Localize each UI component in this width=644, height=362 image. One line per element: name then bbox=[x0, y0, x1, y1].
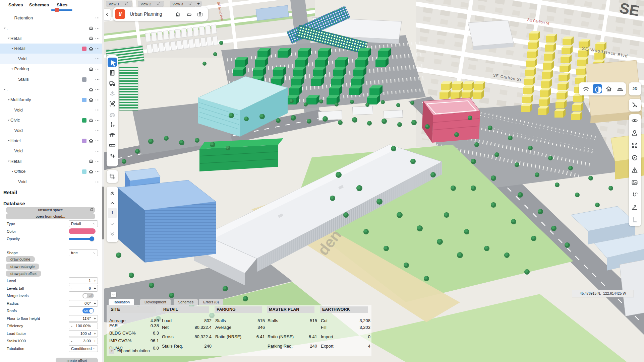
tree-row-retail[interactable]: Retail bbox=[0, 33, 102, 44]
tabulation-tab-development[interactable]: Development bbox=[140, 299, 171, 305]
crop-add-icon[interactable] bbox=[109, 173, 116, 180]
color-swatch[interactable] bbox=[82, 169, 86, 174]
tree-row-void[interactable]: Void bbox=[0, 126, 102, 136]
draw-outline-button[interactable]: draw outline bbox=[6, 256, 35, 262]
down-icon[interactable] bbox=[109, 221, 115, 227]
tree-row-office[interactable]: Office bbox=[0, 166, 102, 177]
view-tab-2[interactable]: view 2 bbox=[138, 1, 164, 7]
overflow-menu-icon[interactable] bbox=[95, 107, 100, 113]
slider-knob[interactable] bbox=[90, 236, 94, 241]
massing-icon[interactable] bbox=[88, 97, 94, 103]
radius-stepper[interactable]: 0'0" + bbox=[69, 300, 98, 307]
building-hotel-pink[interactable] bbox=[422, 98, 480, 143]
tree-row-[interactable]: . bbox=[0, 84, 102, 95]
project-title-card[interactable]: tf Urban Planning bbox=[113, 7, 208, 21]
home-icon[interactable] bbox=[175, 11, 181, 17]
tree-row-[interactable]: . bbox=[0, 23, 102, 33]
view-tab-3[interactable]: view 3 bbox=[170, 1, 195, 7]
color-swatch[interactable] bbox=[82, 139, 86, 143]
roofs-toggle[interactable]: On bbox=[82, 308, 94, 313]
map-pin-icon[interactable] bbox=[631, 129, 638, 137]
increment-button[interactable]: + bbox=[92, 301, 98, 305]
overflow-menu-icon[interactable] bbox=[95, 118, 100, 123]
tab-sites[interactable]: Sites bbox=[57, 2, 67, 7]
expander-icon[interactable] bbox=[10, 67, 14, 71]
tree-row-void[interactable]: Void bbox=[0, 146, 102, 156]
view-tab-1[interactable]: view 1 bbox=[106, 1, 132, 7]
canopy-icon[interactable] bbox=[109, 131, 116, 139]
guideline-add-icon[interactable] bbox=[109, 121, 116, 128]
increment-button[interactable]: + bbox=[92, 339, 98, 343]
brightness-icon[interactable] bbox=[582, 85, 590, 92]
tabulation-select[interactable]: Conditioned bbox=[69, 345, 98, 352]
ruler-icon[interactable] bbox=[109, 142, 116, 149]
overflow-menu-icon[interactable] bbox=[95, 15, 100, 21]
snapshot-image-icon[interactable] bbox=[631, 179, 638, 186]
efficiency-stepper[interactable]: - 100.00% bbox=[69, 322, 98, 329]
expander-icon[interactable] bbox=[3, 87, 7, 91]
tab-solves[interactable]: Solves bbox=[8, 2, 23, 7]
tree-row-retail[interactable]: Retail bbox=[0, 44, 102, 54]
elevation-ruler-icon[interactable] bbox=[631, 216, 638, 223]
draw-rectangle-button[interactable]: draw rectangle bbox=[6, 264, 39, 270]
object-scan-icon[interactable] bbox=[109, 100, 116, 107]
color-swatch[interactable] bbox=[82, 118, 86, 123]
up-icon[interactable] bbox=[109, 200, 115, 206]
tree-row-retention[interactable]: Retention bbox=[0, 13, 102, 23]
collapse-tabulation-button[interactable] bbox=[111, 292, 116, 297]
tabulation-tab-errors8[interactable]: Errors (8) bbox=[199, 299, 223, 305]
massing-icon[interactable] bbox=[88, 46, 94, 52]
massing-icon[interactable] bbox=[88, 138, 94, 144]
tree-row-void[interactable]: Void bbox=[0, 54, 102, 64]
tab-schemes[interactable]: Schemes bbox=[29, 2, 49, 7]
tree-row-civic[interactable]: Civic bbox=[0, 115, 102, 126]
increment-button[interactable]: + bbox=[92, 316, 98, 320]
expander-icon[interactable] bbox=[7, 139, 11, 143]
car-icon[interactable] bbox=[109, 111, 116, 118]
sidebar-scrollbar[interactable] bbox=[102, 0, 104, 362]
shape-select[interactable]: free bbox=[69, 249, 98, 256]
expander-icon[interactable] bbox=[3, 26, 7, 30]
snap-magnet-icon[interactable] bbox=[631, 191, 638, 199]
warning-triangle-icon[interactable] bbox=[631, 166, 638, 174]
tree-row-void[interactable]: Void bbox=[0, 177, 102, 187]
increment-button[interactable]: + bbox=[92, 286, 98, 290]
expander-icon[interactable] bbox=[7, 36, 11, 40]
visibility-icon[interactable] bbox=[631, 117, 638, 124]
overflow-menu-icon[interactable] bbox=[95, 169, 100, 174]
expander-icon[interactable] bbox=[7, 118, 11, 122]
level-stepper[interactable]: - 1 + bbox=[69, 277, 98, 284]
tree-row-hotel[interactable]: Hotel bbox=[0, 136, 102, 146]
stalls-1000-stepper[interactable]: - 3.00 + bbox=[69, 338, 98, 344]
overflow-menu-icon[interactable] bbox=[95, 77, 100, 82]
decrement-button[interactable]: - bbox=[69, 339, 74, 343]
building-blue-large[interactable] bbox=[117, 180, 216, 263]
color-swatch[interactable] bbox=[82, 98, 86, 102]
overflow-menu-icon[interactable] bbox=[95, 56, 100, 62]
map-viewport[interactable]: d den bbox=[104, 0, 644, 362]
overflow-menu-icon[interactable] bbox=[95, 158, 100, 164]
increment-button[interactable]: + bbox=[92, 332, 98, 336]
cloud-icon[interactable] bbox=[186, 11, 192, 17]
levels-tall-stepper[interactable]: - 6 + bbox=[69, 285, 98, 292]
draw-region-tool[interactable] bbox=[107, 170, 118, 183]
decrement-button[interactable]: - bbox=[69, 279, 74, 283]
fit-view-icon[interactable] bbox=[631, 142, 638, 149]
home-icon[interactable] bbox=[605, 85, 612, 92]
tabulation-tab-tabulation[interactable]: Tabulation bbox=[109, 299, 134, 305]
tree-row-multifamily[interactable]: Multifamily bbox=[0, 95, 102, 105]
import-arrow-icon[interactable] bbox=[109, 90, 116, 97]
tree-row-retail[interactable]: Retail bbox=[0, 156, 102, 166]
expander-icon[interactable] bbox=[10, 169, 14, 173]
massing-icon[interactable] bbox=[88, 66, 94, 72]
decrement-button[interactable]: - bbox=[69, 324, 74, 328]
add-view-tab-button[interactable]: + bbox=[195, 1, 202, 7]
expander-icon[interactable] bbox=[10, 47, 14, 51]
overflow-menu-icon[interactable] bbox=[95, 148, 100, 154]
expander-icon[interactable] bbox=[7, 159, 11, 163]
overflow-menu-icon[interactable] bbox=[95, 25, 100, 31]
tree-row-void[interactable]: Void bbox=[0, 105, 102, 115]
unsaved-space-button[interactable]: unsaved space bbox=[6, 207, 95, 213]
increment-button[interactable]: + bbox=[92, 279, 98, 283]
compass-icon[interactable] bbox=[631, 154, 638, 161]
